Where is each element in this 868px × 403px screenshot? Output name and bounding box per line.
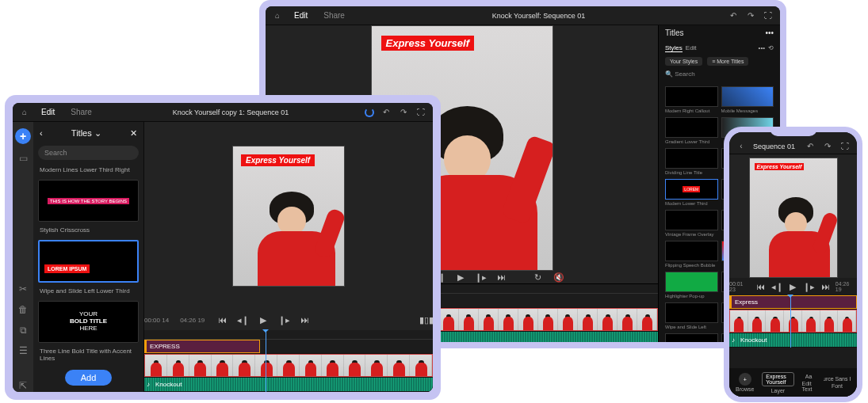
track-title[interactable]: EXPRESS <box>144 340 433 354</box>
add-button[interactable]: + <box>15 128 31 144</box>
title-thumb[interactable] <box>665 148 718 169</box>
pill-your-styles[interactable]: Your Styles <box>665 57 702 66</box>
chevron-left-icon[interactable]: ‹ <box>40 128 43 138</box>
title-thumb[interactable] <box>665 302 718 323</box>
skip-next-icon[interactable]: ⏭ <box>298 314 311 326</box>
video-clip[interactable] <box>729 310 857 333</box>
redo-icon[interactable]: ↷ <box>822 141 833 152</box>
skip-next-icon[interactable]: ⏭ <box>820 280 831 293</box>
tablet-transport: 00:00 14 04:26 19 ⏮ ◂❙ ▶ ❙▸ ⏭ ▮▯▮ <box>144 310 433 330</box>
track-video[interactable] <box>729 310 857 333</box>
audio-clip[interactable]: Knockout <box>729 333 857 347</box>
font-value[interactable]: Source Sans Pro <box>824 376 851 382</box>
home-icon[interactable]: ⌂ <box>19 107 30 118</box>
title-overlay[interactable]: Express Yourself <box>241 154 315 166</box>
track-video[interactable] <box>144 354 433 378</box>
title-thumb[interactable]: YOUR BOLD TITLE HERE <box>38 301 139 343</box>
search-input[interactable]: Search <box>38 146 139 160</box>
subtab-styles[interactable]: Styles <box>665 44 683 52</box>
loop-icon[interactable]: ↻ <box>532 271 545 283</box>
title-caption: Three Line Bold Title with Accent Lines <box>38 346 139 365</box>
fullscreen-icon[interactable]: ⛶ <box>839 141 851 152</box>
track-audio[interactable]: Knockout <box>144 378 433 392</box>
play-icon[interactable]: ▶ <box>257 314 270 326</box>
step-back-icon[interactable]: ◂❙ <box>771 280 783 293</box>
phone-timeline[interactable]: Express Knockout <box>729 295 857 348</box>
title-thumb[interactable] <box>665 117 718 138</box>
skip-prev-icon[interactable]: ⏮ <box>755 280 767 293</box>
undo-icon[interactable]: ↶ <box>380 107 392 118</box>
phone-screen: ‹ Sequence 01 ↶ ↷ ⛶ Express Yourself 00:… <box>729 132 857 397</box>
playhead[interactable] <box>790 295 791 348</box>
browse-add-icon[interactable]: + <box>739 373 751 386</box>
copy-icon[interactable]: ⧉ <box>17 324 29 336</box>
panel-more-icon[interactable]: ••• <box>759 44 765 52</box>
title-thumb[interactable]: THIS IS HOW THE STORY BEGINS <box>38 180 139 222</box>
play-icon[interactable]: ▶ <box>454 271 467 283</box>
tablet-topbar: ⌂ Edit Share Knock Yourself copy 1: Sequ… <box>13 103 433 122</box>
chevron-left-icon[interactable]: ‹ <box>736 141 747 152</box>
title-overlay[interactable]: Express Yourself <box>381 36 475 51</box>
home-icon[interactable]: ⌂ <box>272 10 283 21</box>
tablet-preview[interactable]: Express Yourself <box>144 122 433 310</box>
mute-icon[interactable]: 🔇 <box>553 271 565 283</box>
add-title-button[interactable]: Add <box>65 370 113 386</box>
title-thumb[interactable] <box>665 333 718 342</box>
subtab-edit[interactable]: Edit <box>686 44 697 52</box>
playhead[interactable] <box>266 330 266 392</box>
undo-icon[interactable]: ↶ <box>805 141 816 152</box>
more-icon[interactable]: ••• <box>765 29 774 41</box>
play-icon[interactable]: ▶ <box>788 280 799 293</box>
tab-share[interactable]: Share <box>66 106 97 118</box>
fullscreen-icon[interactable]: ⛶ <box>415 107 426 118</box>
title-overlay[interactable]: Express Yourself <box>755 163 805 170</box>
redo-icon[interactable]: ↷ <box>398 107 409 118</box>
title-thumb[interactable]: LOREM <box>665 179 718 200</box>
step-back-icon[interactable]: ◂❙ <box>236 314 249 326</box>
trash-icon[interactable]: 🗑 <box>17 303 29 316</box>
panel-search[interactable]: 🔍 Search <box>665 70 774 82</box>
layer-label[interactable]: Layer <box>771 388 786 393</box>
phone-transport: 00:01 23 ⏮ ◂❙ ▶ ❙▸ ⏭ 04:26 19 <box>729 278 857 295</box>
close-icon[interactable]: ✕ <box>130 128 137 139</box>
skip-prev-icon[interactable]: ⏮ <box>216 314 228 326</box>
title-thumb[interactable] <box>665 241 718 261</box>
title-thumb-selected[interactable]: LOREM IPSUM <box>38 240 139 282</box>
cut-icon[interactable]: ✂ <box>17 283 29 295</box>
undo-icon[interactable]: ↶ <box>728 10 739 21</box>
edit-text-icon[interactable]: Аа <box>805 374 813 379</box>
edit-text-label[interactable]: Edit Text <box>802 381 816 392</box>
title-thumb[interactable] <box>721 86 774 107</box>
fullscreen-icon[interactable]: ⛶ <box>763 10 774 21</box>
phone-preview[interactable]: Express Yourself <box>729 154 857 278</box>
timeline-ruler[interactable] <box>144 330 433 340</box>
step-fwd-icon[interactable]: ❙▸ <box>803 280 815 293</box>
audio-clip[interactable]: Knockout <box>144 378 433 391</box>
tab-edit[interactable]: Edit <box>289 10 312 21</box>
tablet-timeline[interactable]: EXPRESS Knockout <box>144 330 433 392</box>
pill-more-titles[interactable]: ≡ More Titles <box>707 57 748 66</box>
tab-share[interactable]: Share <box>319 10 350 21</box>
video-clip[interactable] <box>144 354 433 377</box>
panel-heading[interactable]: Titles ⌄ <box>48 128 125 139</box>
step-fwd-icon[interactable]: ❙▸ <box>475 271 488 283</box>
title-thumb[interactable] <box>665 210 718 230</box>
step-fwd-icon[interactable]: ❙▸ <box>277 314 290 326</box>
tablet-title: Knock Yourself copy 1: Sequence 01 <box>103 108 358 116</box>
panel-reset-icon[interactable]: ⟲ <box>768 44 774 52</box>
title-thumb[interactable] <box>665 272 718 292</box>
laptop-topbar: ⌂ Edit Share Knock Yourself: Sequence 01… <box>266 6 780 25</box>
skip-next-icon[interactable]: ⏭ <box>495 271 508 283</box>
tab-edit[interactable]: Edit <box>36 106 59 118</box>
pointer-icon[interactable]: ⇱ <box>17 379 29 392</box>
title-clip[interactable]: EXPRESS <box>144 340 260 353</box>
track-audio[interactable]: Knockout <box>729 333 857 348</box>
tablet-device: ⌂ Edit Share Knock Yourself copy 1: Sequ… <box>5 95 441 400</box>
project-icon[interactable]: ▭ <box>17 152 29 165</box>
title-thumb[interactable] <box>665 86 718 107</box>
layer-pill[interactable]: Express Yourself <box>762 372 793 386</box>
levels-icon[interactable]: ▮▯▮ <box>420 314 433 326</box>
browse-label[interactable]: Browse <box>736 386 754 392</box>
list-icon[interactable]: ☰ <box>17 344 29 357</box>
redo-icon[interactable]: ↷ <box>745 10 756 21</box>
